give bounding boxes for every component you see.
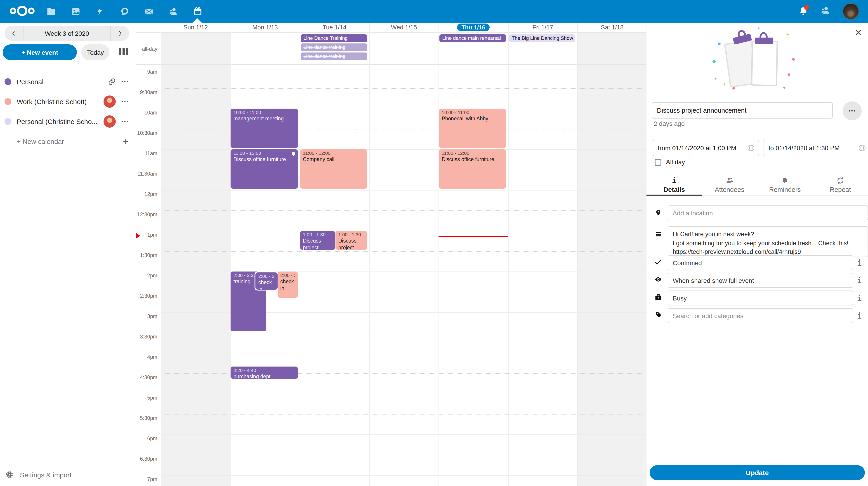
contacts-icon[interactable] [168, 6, 178, 16]
status-select[interactable] [668, 255, 853, 270]
event[interactable]: 2:00 - 2:30check-in [255, 271, 278, 290]
day-header: Fri 1/17 [508, 23, 578, 32]
files-icon[interactable] [46, 6, 56, 16]
calendar-icon[interactable] [193, 6, 203, 16]
shared-by-avatar [104, 115, 116, 127]
calendar-list-item[interactable]: Personal••• [0, 72, 135, 91]
briefcase-icon [654, 294, 663, 301]
calendar-list-item[interactable]: Personal (Christine Scho...••• [0, 111, 135, 131]
location-input[interactable] [668, 205, 868, 220]
new-calendar-button[interactable]: + New calendar+ [0, 131, 135, 151]
allday-event[interactable]: Line dance training [301, 44, 367, 51]
people-icon [725, 176, 734, 184]
next-week-button[interactable] [110, 26, 129, 41]
calendar-grid: Sun 1/12Mon 1/13Tue 1/14Wed 1/15Thu 1/16… [135, 23, 647, 486]
event[interactable]: 4:20 - 4:40purchasing dept [231, 367, 298, 379]
freebusy-select[interactable] [668, 290, 853, 306]
info-icon[interactable]: i [857, 311, 862, 320]
mail-icon[interactable] [144, 6, 154, 16]
event-time: 1:00 - 1:30 [338, 232, 364, 238]
today-pill[interactable]: Thu 1/16 [457, 24, 490, 31]
time-label: 2:30pm [136, 293, 157, 299]
photos-icon[interactable] [70, 6, 81, 16]
update-button[interactable]: Update [650, 465, 865, 480]
notification-unread-dot [804, 5, 809, 10]
tab-reminders[interactable]: Reminders [757, 174, 813, 196]
time-label: 7pm [136, 477, 157, 482]
info-icon: i [672, 176, 676, 184]
time-label: 4pm [136, 354, 157, 360]
activity-icon[interactable] [95, 6, 105, 16]
previous-week-button[interactable] [4, 26, 24, 41]
tab-details[interactable]: iDetails [647, 174, 702, 196]
settings-import-button[interactable]: Settings & import [5, 468, 71, 482]
allday-event[interactable]: Line Dance Training [301, 34, 367, 42]
tab-repeat[interactable]: Repeat [813, 174, 868, 196]
today-button[interactable]: Today [81, 44, 110, 60]
timezone-globe-icon[interactable] [747, 144, 755, 152]
info-icon[interactable]: i [857, 276, 862, 285]
categories-input[interactable] [668, 308, 853, 323]
last-modified-label: 2 days ago [654, 120, 685, 127]
info-icon[interactable]: i [857, 258, 862, 267]
day-label: Sat 1/18 [601, 24, 624, 31]
sidebar-actions: + New event Today [3, 44, 130, 60]
event[interactable]: 2:00 - 2:30check-in [278, 271, 298, 298]
event[interactable]: 11:00 - 12:00Company call [300, 149, 367, 189]
tab-attendees[interactable]: Attendees [702, 174, 757, 196]
new-event-button[interactable]: + New event [3, 44, 77, 60]
event[interactable]: 11:00 - 12:00Discuss office furniture [439, 149, 506, 189]
grid-line [161, 394, 647, 394]
share-link-icon[interactable] [108, 78, 116, 85]
calendar-menu-button[interactable]: ••• [121, 79, 129, 84]
event-title: check-in [258, 280, 275, 290]
event-title: Phonecall with Abby [442, 116, 503, 122]
visibility-select[interactable] [668, 273, 853, 288]
info-icon[interactable]: i [857, 294, 862, 303]
allday-event[interactable]: The Big Line Dancing Show [509, 34, 575, 42]
event[interactable]: 10:00 - 11:00Phonecall with Abby [439, 109, 506, 148]
day-header: Thu 1/16 [439, 23, 508, 32]
calendar-menu-button[interactable]: ••• [121, 98, 129, 104]
week-label[interactable]: Week 3 of 2020 [24, 30, 110, 37]
time-label: 3pm [136, 314, 157, 319]
time-label: 3:30pm [136, 334, 157, 339]
event-time: 1:00 - 1:30 [303, 232, 332, 238]
view-switcher-button[interactable] [117, 46, 130, 58]
event-illustration: + + ✦ ✦ ✦ [714, 32, 805, 88]
time-label: 10am [136, 110, 157, 115]
calendar-name: Work (Christine Schott) [17, 97, 98, 105]
contacts-menu-icon[interactable] [820, 5, 831, 17]
user-avatar[interactable] [843, 3, 859, 20]
end-date-input[interactable]: to 01/14/2020 at 1:30 PM [764, 140, 868, 156]
description-textarea[interactable]: Hi Carl! are you in next week? I got som… [668, 226, 868, 257]
close-icon[interactable]: ✕ [855, 28, 862, 37]
allday-event[interactable]: Line dance main rehearsal [440, 34, 506, 42]
calendar-menu-button[interactable]: ••• [121, 119, 129, 124]
event-title-input[interactable] [652, 102, 833, 119]
timezone-globe-icon[interactable] [858, 144, 866, 152]
calendar-list-item[interactable]: Work (Christine Schott)••• [0, 91, 135, 111]
event[interactable]: 1:00 - 1:30Discuss project announcement [300, 231, 335, 250]
grid-line [161, 455, 647, 455]
all-day-checkbox[interactable] [655, 159, 661, 165]
time-label: 6pm [136, 436, 157, 441]
event[interactable]: 11:00 - 12:00Discuss office furniture [231, 149, 298, 189]
end-date-value: to 01/14/2020 at 1:30 PM [769, 144, 858, 151]
grid-line [161, 434, 647, 435]
talk-icon[interactable] [119, 6, 129, 16]
time-grid-body: 9am9:30am10am10:30am11am11:30am12pm12:30… [136, 64, 647, 486]
event-actions-menu-button[interactable]: ••• [843, 102, 862, 120]
event[interactable]: 1:00 - 1:30Discuss project [336, 231, 367, 250]
grid-line [161, 68, 647, 68]
time-label: 5pm [136, 395, 157, 400]
nextcloud-logo[interactable] [9, 4, 35, 20]
notifications-bell-icon[interactable] [798, 6, 808, 16]
day-header: Sun 1/12 [161, 23, 230, 32]
current-time-marker [136, 233, 140, 238]
time-label: 6:30pm [136, 456, 157, 462]
event[interactable]: 10:00 - 11:00management meeting [231, 109, 298, 148]
allday-event[interactable]: Line dance training [301, 53, 367, 60]
app-menu [46, 0, 203, 23]
start-date-input[interactable]: from 01/14/2020 at 1:00 PM [653, 140, 759, 156]
